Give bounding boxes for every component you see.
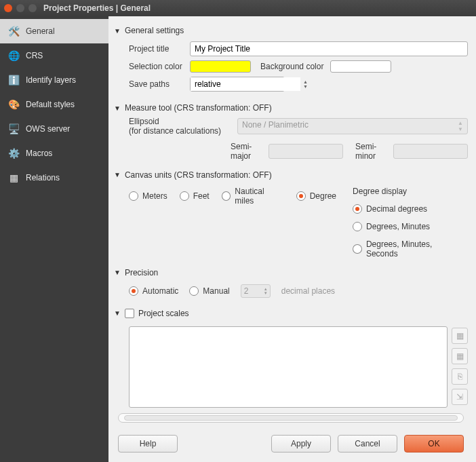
window-title: Project Properties | General — [43, 3, 151, 13]
import-scales-button[interactable]: ⎘ — [452, 368, 468, 385]
plus-icon: ▦ — [456, 331, 464, 341]
decimal-places-spinner: 2 ▲▼ — [241, 284, 271, 298]
horizontal-scrollbar[interactable] — [118, 413, 464, 423]
radio-degrees-minutes-seconds[interactable]: Degrees, Minutes, Seconds — [353, 239, 465, 258]
add-scale-button[interactable]: ▦ — [452, 328, 468, 344]
section-title: General settings — [125, 26, 184, 35]
radio-feet[interactable]: Feet — [180, 191, 210, 201]
radio-degree[interactable]: Degree — [296, 191, 336, 201]
server-icon: 🖥️ — [7, 122, 20, 136]
export-icon: ⇲ — [456, 392, 463, 402]
semi-major-label: Semi-major — [231, 142, 263, 161]
sidebar-item-label: Relations — [26, 173, 60, 182]
button-bar: Help Apply Cancel OK — [114, 429, 468, 459]
background-color-swatch[interactable] — [330, 60, 391, 73]
sidebar-item-crs[interactable]: 🌐 CRS — [0, 43, 108, 68]
ellipsoid-combo: None / Planimetric ▲▼ — [237, 118, 468, 134]
semi-major-input — [269, 144, 343, 159]
degree-display-label: Degree display — [353, 187, 465, 196]
disclosure-triangle-icon: ▼ — [114, 104, 121, 112]
titlebar: Project Properties | General — [0, 0, 476, 16]
radio-degrees-minutes[interactable]: Degrees, Minutes — [353, 222, 465, 231]
info-icon: ℹ️ — [7, 73, 20, 87]
chevron-updown-icon: ▲▼ — [458, 120, 463, 132]
sidebar-item-label: OWS server — [26, 124, 70, 134]
remove-scale-button[interactable]: ▦ — [452, 348, 468, 364]
radio-precision-manual[interactable]: Manual — [189, 286, 229, 296]
semi-minor-input — [393, 144, 468, 159]
table-icon: ▦ — [7, 171, 20, 185]
radio-decimal-degrees[interactable]: Decimal degrees — [353, 204, 465, 214]
chevron-updown-icon: ▲▼ — [262, 287, 270, 295]
section-precision[interactable]: ▼ Precision — [114, 268, 468, 277]
section-measure-tool[interactable]: ▼ Measure tool (CRS transformation: OFF) — [114, 103, 468, 113]
import-icon: ⎘ — [458, 372, 462, 381]
radio-meters[interactable]: Meters — [129, 191, 167, 201]
disclosure-triangle-icon: ▼ — [114, 309, 121, 317]
section-general-settings[interactable]: ▼ General settings — [114, 26, 468, 35]
globe-icon: 🌐 — [7, 49, 20, 62]
disclosure-triangle-icon: ▼ — [114, 27, 121, 35]
sidebar-item-label: Identify layers — [26, 75, 76, 85]
section-title: Measure tool (CRS transformation: OFF) — [125, 103, 272, 113]
disclosure-triangle-icon: ▼ — [114, 171, 121, 178]
export-scales-button[interactable]: ⇲ — [452, 389, 468, 405]
section-canvas-units[interactable]: ▼ Canvas units (CRS transformation: OFF) — [114, 170, 468, 180]
sidebar-item-general[interactable]: 🛠️ General — [0, 19, 108, 43]
project-title-label: Project title — [129, 44, 190, 54]
sidebar-item-macros[interactable]: ⚙️ Macros — [0, 141, 108, 166]
semi-minor-label: Semi-minor — [355, 142, 388, 161]
sidebar: 🛠️ General 🌐 CRS ℹ️ Identify layers 🎨 De… — [0, 16, 108, 462]
main-panel: ▼ General settings Project title Selecti… — [108, 16, 476, 462]
save-paths-label: Save paths — [129, 79, 190, 89]
palette-icon: 🎨 — [7, 98, 20, 111]
selection-color-swatch[interactable] — [190, 60, 251, 73]
sidebar-item-default-styles[interactable]: 🎨 Default styles — [0, 92, 108, 117]
project-scales-list[interactable] — [129, 326, 448, 408]
help-button[interactable]: Help — [118, 435, 178, 453]
section-title: Project scales — [138, 309, 189, 318]
selection-color-label: Selection color — [129, 62, 190, 71]
radio-nautical-miles[interactable]: Nautical miles — [222, 187, 284, 206]
section-project-scales[interactable]: ▼ Project scales — [114, 309, 468, 318]
window-close-button[interactable] — [4, 4, 12, 12]
disclosure-triangle-icon: ▼ — [114, 269, 121, 276]
window-maximize-button[interactable] — [28, 4, 37, 12]
sidebar-item-identify-layers[interactable]: ℹ️ Identify layers — [0, 68, 108, 92]
section-title: Canvas units (CRS transformation: OFF) — [125, 170, 272, 180]
ok-button[interactable]: OK — [404, 435, 464, 453]
scrollbar-thumb[interactable] — [124, 415, 458, 421]
gear-icon: ⚙️ — [7, 147, 20, 160]
cancel-button[interactable]: Cancel — [338, 435, 397, 453]
sidebar-item-label: Macros — [26, 149, 52, 158]
project-scales-checkbox[interactable] — [125, 309, 134, 318]
sidebar-item-label: General — [26, 26, 55, 36]
section-title: Precision — [125, 268, 158, 277]
sidebar-item-ows-server[interactable]: 🖥️ OWS server — [0, 117, 108, 141]
sidebar-item-label: Default styles — [26, 100, 75, 109]
sidebar-item-label: CRS — [26, 51, 43, 60]
ellipsoid-label: Ellipsoid (for distance calculations) — [129, 117, 231, 136]
window-minimize-button[interactable] — [16, 4, 24, 12]
project-title-input[interactable] — [190, 41, 468, 56]
wrench-icon: 🛠️ — [7, 24, 20, 38]
decimal-places-label: decimal places — [281, 286, 335, 296]
radio-precision-automatic[interactable]: Automatic — [129, 286, 178, 296]
sidebar-item-relations[interactable]: ▦ Relations — [0, 166, 108, 190]
apply-button[interactable]: Apply — [271, 435, 331, 453]
chevron-updown-icon: ▲▼ — [300, 79, 311, 89]
background-color-label: Background color — [260, 62, 323, 71]
save-paths-combo[interactable]: ▲▼ — [190, 77, 285, 92]
minus-icon: ▦ — [456, 351, 464, 361]
